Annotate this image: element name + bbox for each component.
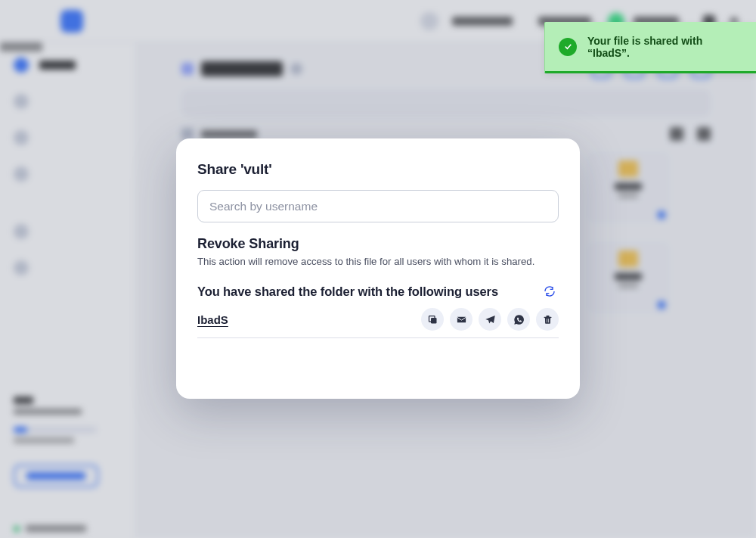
copy-link-button[interactable] <box>421 308 444 331</box>
modal-title: Share 'vult' <box>197 161 559 178</box>
refresh-icon <box>544 285 556 297</box>
whatsapp-icon <box>513 314 525 325</box>
email-share-button[interactable] <box>450 308 472 331</box>
toast-message: Your file is shared with “IbadS”. <box>587 35 742 59</box>
svg-rect-0 <box>431 318 437 324</box>
svg-rect-1 <box>545 318 550 324</box>
trash-icon <box>542 314 553 325</box>
shared-users-title: You have shared the folder with the foll… <box>197 285 498 299</box>
copy-icon <box>427 314 438 325</box>
whatsapp-share-button[interactable] <box>507 308 530 331</box>
refresh-button[interactable] <box>541 282 559 300</box>
telegram-share-button[interactable] <box>479 308 501 331</box>
checkmark-circle-icon <box>559 38 577 56</box>
svg-rect-2 <box>546 319 547 322</box>
telegram-icon <box>485 314 496 325</box>
svg-rect-3 <box>548 319 549 322</box>
revoke-title: Revoke Sharing <box>197 236 559 252</box>
delete-share-button[interactable] <box>536 308 559 331</box>
revoke-description: This action will remove access to this f… <box>197 255 559 269</box>
shared-user-link[interactable]: IbadS <box>197 313 228 326</box>
email-icon <box>456 314 467 325</box>
share-modal: Share 'vult' Revoke Sharing This action … <box>176 138 580 399</box>
svg-rect-5 <box>546 316 549 317</box>
share-actions <box>421 308 559 331</box>
username-search-input[interactable] <box>197 190 559 222</box>
shared-user-row: IbadS <box>197 308 559 338</box>
svg-rect-4 <box>544 317 551 318</box>
success-toast: Your file is shared with “IbadS”. <box>544 22 756 73</box>
